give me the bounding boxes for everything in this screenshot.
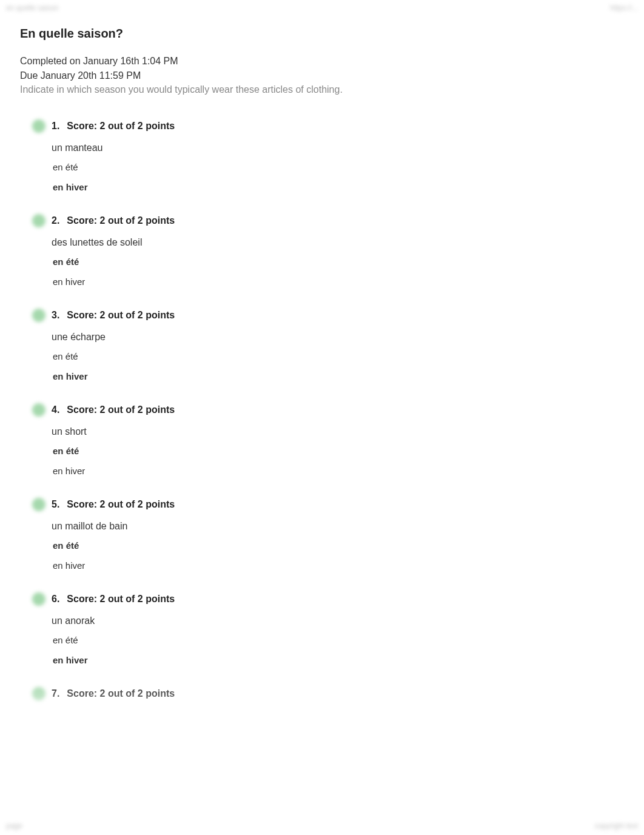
answer-option: en hiver xyxy=(53,560,624,571)
check-icon xyxy=(32,592,45,606)
question-prompt: un anorak xyxy=(52,615,624,626)
question-item: 3.Score: 2 out of 2 pointsune écharpeen … xyxy=(32,309,624,381)
instructions-text: Indicate in which season you would typic… xyxy=(20,84,624,95)
answer-option: en hiver xyxy=(53,277,624,287)
question-score: Score: 2 out of 2 points xyxy=(67,594,175,605)
check-icon xyxy=(32,309,45,322)
question-header: 3.Score: 2 out of 2 points xyxy=(32,309,624,322)
question-score: Score: 2 out of 2 points xyxy=(67,688,175,699)
footer-left: page xyxy=(6,822,22,830)
question-item: 5.Score: 2 out of 2 pointsun maillot de … xyxy=(32,498,624,571)
question-header: 7.Score: 2 out of 2 points xyxy=(32,687,624,700)
question-header: 2.Score: 2 out of 2 points xyxy=(32,214,624,227)
answer-option: en été xyxy=(53,257,624,267)
question-number: 6. xyxy=(52,594,59,605)
question-score: Score: 2 out of 2 points xyxy=(67,121,175,132)
question-prompt: un short xyxy=(52,426,624,437)
answer-option: en été xyxy=(53,446,624,456)
question-prompt: un maillot de bain xyxy=(52,521,624,532)
question-header: 6.Score: 2 out of 2 points xyxy=(32,592,624,606)
question-number: 3. xyxy=(52,310,59,321)
check-icon xyxy=(32,214,45,227)
page-title: En quelle saison? xyxy=(20,27,624,41)
due-date: Due January 20th 11:59 PM xyxy=(20,69,624,83)
question-item: 2.Score: 2 out of 2 pointsdes lunettes d… xyxy=(32,214,624,287)
question-header: 4.Score: 2 out of 2 points xyxy=(32,403,624,417)
question-prompt: un manteau xyxy=(52,143,624,153)
answer-option: en hiver xyxy=(53,655,624,665)
question-prompt: des lunettes de soleil xyxy=(52,237,624,248)
question-prompt: une écharpe xyxy=(52,332,624,343)
question-score: Score: 2 out of 2 points xyxy=(67,215,175,226)
check-icon xyxy=(32,498,45,511)
top-left-label: en quelle saison xyxy=(6,4,59,12)
question-score: Score: 2 out of 2 points xyxy=(67,404,175,415)
answer-option: en été xyxy=(53,162,624,172)
question-number: 4. xyxy=(52,404,59,415)
top-right-url: https://... xyxy=(610,4,638,12)
question-item: 1.Score: 2 out of 2 pointsun manteauen é… xyxy=(32,119,624,192)
answer-option: en été xyxy=(53,540,624,551)
check-icon xyxy=(32,687,45,700)
answer-option: en été xyxy=(53,351,624,361)
page-content: En quelle saison? Completed on January 1… xyxy=(0,16,644,733)
answer-option: en hiver xyxy=(53,182,624,192)
answer-option: en hiver xyxy=(53,466,624,476)
question-score: Score: 2 out of 2 points xyxy=(67,499,175,510)
top-header: en quelle saison https://... xyxy=(0,0,644,16)
answer-option: en hiver xyxy=(53,371,624,381)
question-item: 7.Score: 2 out of 2 points xyxy=(32,687,624,700)
question-number: 5. xyxy=(52,499,59,510)
bottom-footer: page copyright text xyxy=(6,822,638,830)
question-header: 1.Score: 2 out of 2 points xyxy=(32,119,624,133)
completed-date: Completed on January 16th 1:04 PM xyxy=(20,54,624,69)
question-header: 5.Score: 2 out of 2 points xyxy=(32,498,624,511)
answer-option: en été xyxy=(53,635,624,645)
check-icon xyxy=(32,403,45,417)
question-number: 1. xyxy=(52,121,59,132)
questions-list: 1.Score: 2 out of 2 pointsun manteauen é… xyxy=(20,119,624,700)
question-number: 2. xyxy=(52,215,59,226)
question-item: 4.Score: 2 out of 2 pointsun shorten été… xyxy=(32,403,624,476)
check-icon xyxy=(32,119,45,133)
question-item: 6.Score: 2 out of 2 pointsun anoraken ét… xyxy=(32,592,624,665)
question-score: Score: 2 out of 2 points xyxy=(67,310,175,321)
footer-right: copyright text xyxy=(595,822,638,830)
question-number: 7. xyxy=(52,688,59,699)
